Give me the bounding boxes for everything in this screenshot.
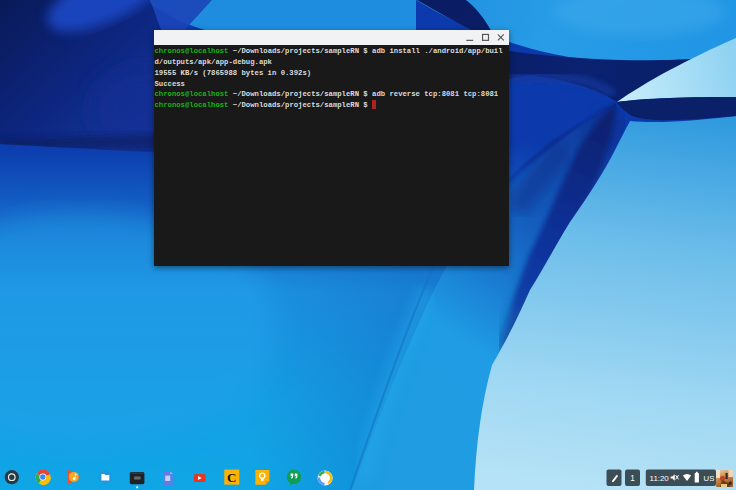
svg-text:C: C <box>227 470 236 485</box>
svg-text:11:20: 11:20 <box>650 474 670 483</box>
svg-text:1: 1 <box>630 474 635 483</box>
svg-text:US: US <box>704 474 715 483</box>
